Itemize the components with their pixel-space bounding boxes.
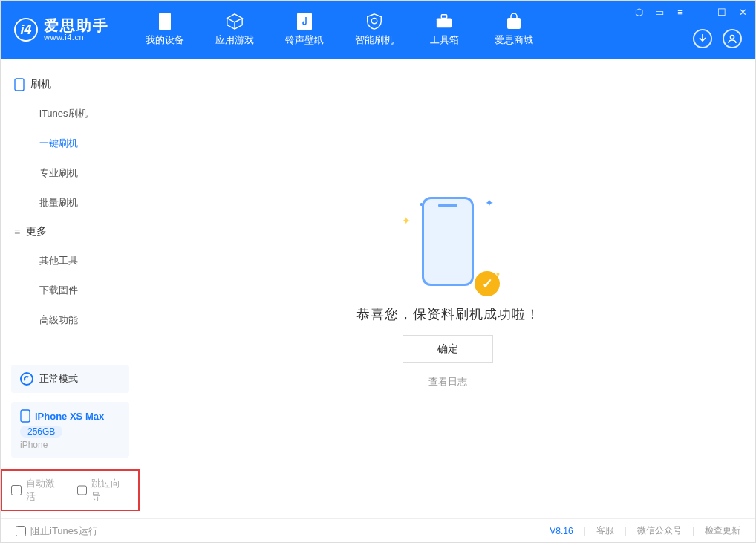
svg-rect-8 bbox=[21, 410, 30, 422]
sidebar-group-more: ≡ 更多 bbox=[1, 218, 140, 246]
nav-toolbox[interactable]: 工具箱 bbox=[409, 1, 479, 59]
cube-icon bbox=[226, 13, 244, 30]
header: i4 爱思助手 www.i4.cn 我的设备 应用游戏 铃声壁纸 智能刷机 工具… bbox=[1, 1, 755, 59]
close-button[interactable]: ✕ bbox=[736, 5, 749, 19]
svg-rect-4 bbox=[441, 15, 446, 19]
phone-icon bbox=[14, 78, 25, 91]
nav-flash[interactable]: 智能刷机 bbox=[339, 1, 409, 59]
app-logo[interactable]: i4 爱思助手 www.i4.cn bbox=[1, 18, 123, 42]
checkbox-auto-activate[interactable]: 自动激活 bbox=[11, 477, 64, 504]
sidebar: 刷机 iTunes刷机 一键刷机 专业刷机 批量刷机 ≡ 更多 其他工具 下载固… bbox=[1, 59, 140, 518]
mode-indicator[interactable]: 正常模式 bbox=[11, 365, 129, 393]
sparkle-icon: ✦ bbox=[485, 197, 494, 209]
sparkle-icon: ✦ bbox=[402, 215, 411, 227]
note-icon[interactable]: ▭ bbox=[653, 5, 666, 19]
svg-rect-0 bbox=[159, 13, 171, 30]
app-name: 爱思助手 bbox=[44, 18, 109, 33]
success-message: 恭喜您，保资料刷机成功啦！ bbox=[356, 305, 540, 323]
support-link[interactable]: 客服 bbox=[596, 524, 614, 537]
success-illustration: ✦ • ✦ • ✓ bbox=[403, 189, 492, 293]
nav-label: 爱思商城 bbox=[495, 33, 533, 47]
mode-icon bbox=[20, 372, 33, 386]
version-label[interactable]: V8.16 bbox=[550, 526, 573, 536]
toolbox-icon bbox=[435, 13, 453, 30]
device-name: iPhone XS Max bbox=[35, 411, 104, 422]
sidebar-item-oneclick[interactable]: 一键刷机 bbox=[1, 129, 140, 158]
nav-my-device[interactable]: 我的设备 bbox=[130, 1, 200, 59]
view-log-link[interactable]: 查看日志 bbox=[428, 375, 467, 388]
shield-sync-icon bbox=[365, 13, 383, 30]
group-label: 刷机 bbox=[30, 78, 51, 91]
logo-icon: i4 bbox=[14, 18, 38, 42]
list-icon: ≡ bbox=[14, 226, 20, 238]
group-label: 更多 bbox=[26, 225, 47, 238]
nav-apps[interactable]: 应用游戏 bbox=[200, 1, 270, 59]
checkbox-block-itunes[interactable]: 阻止iTunes运行 bbox=[16, 524, 98, 538]
checkbox-label: 跳过向导 bbox=[91, 477, 129, 504]
nav-store[interactable]: 爱思商城 bbox=[479, 1, 549, 59]
maximize-button[interactable]: ☐ bbox=[715, 5, 729, 19]
mode-label: 正常模式 bbox=[39, 372, 78, 386]
checkbox-skip-guide[interactable]: 跳过向导 bbox=[77, 477, 130, 504]
download-button[interactable] bbox=[693, 29, 712, 48]
minimize-button[interactable]: — bbox=[694, 5, 708, 19]
nav-ringtones[interactable]: 铃声壁纸 bbox=[270, 1, 339, 59]
nav-label: 我的设备 bbox=[146, 33, 184, 47]
check-icon: ✓ bbox=[475, 271, 500, 296]
ok-button[interactable]: 确定 bbox=[403, 335, 493, 363]
phone-icon bbox=[422, 197, 474, 286]
svg-rect-7 bbox=[15, 79, 24, 91]
svg-point-2 bbox=[371, 18, 377, 23]
checkbox-label: 自动激活 bbox=[26, 477, 64, 504]
nav-label: 智能刷机 bbox=[355, 33, 394, 47]
music-file-icon bbox=[296, 13, 313, 30]
nav-bar: 我的设备 应用游戏 铃声壁纸 智能刷机 工具箱 爱思商城 bbox=[130, 1, 549, 59]
device-type: iPhone bbox=[20, 440, 120, 450]
device-storage: 256GB bbox=[20, 426, 62, 438]
main: 刷机 iTunes刷机 一键刷机 专业刷机 批量刷机 ≡ 更多 其他工具 下载固… bbox=[1, 59, 755, 518]
flash-options-highlighted: 自动激活 跳过向导 bbox=[1, 469, 140, 511]
footer: 阻止iTunes运行 V8.16 | 客服 | 微信公众号 | 检查更新 bbox=[1, 518, 755, 542]
sidebar-item-other[interactable]: 其他工具 bbox=[1, 246, 140, 276]
device-icon bbox=[20, 409, 30, 423]
shirt-icon[interactable]: ⬡ bbox=[632, 5, 645, 19]
menu-icon[interactable]: ≡ bbox=[674, 5, 687, 19]
svg-point-6 bbox=[731, 36, 734, 39]
sidebar-item-batch[interactable]: 批量刷机 bbox=[1, 188, 140, 218]
sidebar-item-advanced[interactable]: 高级功能 bbox=[1, 305, 140, 335]
device-icon bbox=[156, 13, 174, 30]
check-update-link[interactable]: 检查更新 bbox=[705, 524, 740, 537]
content-area: ✦ • ✦ • ✓ 恭喜您，保资料刷机成功啦！ 确定 查看日志 bbox=[140, 59, 755, 518]
app-url: www.i4.cn bbox=[44, 33, 109, 42]
user-button[interactable] bbox=[723, 29, 742, 48]
titlebar-controls: ⬡ ▭ ≡ — ☐ ✕ bbox=[632, 5, 749, 19]
header-actions bbox=[693, 29, 742, 48]
sidebar-item-pro[interactable]: 专业刷机 bbox=[1, 158, 140, 188]
device-info[interactable]: iPhone XS Max 256GB iPhone bbox=[11, 402, 129, 458]
sidebar-group-flash: 刷机 bbox=[1, 71, 140, 99]
bag-icon bbox=[505, 13, 523, 30]
nav-label: 工具箱 bbox=[430, 33, 459, 47]
svg-rect-3 bbox=[437, 18, 452, 27]
svg-rect-5 bbox=[507, 18, 521, 29]
checkbox-label: 阻止iTunes运行 bbox=[30, 524, 98, 538]
sidebar-item-firmware[interactable]: 下载固件 bbox=[1, 276, 140, 305]
nav-label: 应用游戏 bbox=[215, 33, 254, 47]
sidebar-item-itunes[interactable]: iTunes刷机 bbox=[1, 99, 140, 129]
nav-label: 铃声壁纸 bbox=[285, 33, 324, 47]
wechat-link[interactable]: 微信公众号 bbox=[637, 524, 682, 537]
